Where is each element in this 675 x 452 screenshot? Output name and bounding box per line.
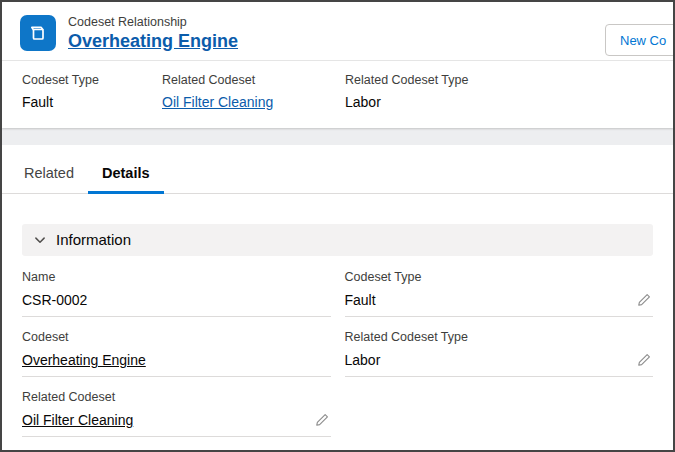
highlight-label: Related Codeset [162,73,345,87]
record-header-card: Codeset Relationship Overheating Engine … [2,2,673,128]
details-card: Related Details Information Name CSR-000… [2,145,673,445]
field-value: Fault [345,292,376,308]
highlight-codeset-type: Codeset Type Fault [22,73,162,110]
tab-related[interactable]: Related [10,157,88,193]
highlight-label: Codeset Type [22,73,162,87]
highlight-value: Fault [22,94,162,110]
codeset-relationship-icon [20,15,56,51]
field-label: Related Codeset Type [345,330,654,344]
page-background-gap [2,128,673,145]
highlight-label: Related Codeset Type [345,73,468,87]
entity-label: Codeset Relationship [68,15,238,29]
new-button[interactable]: New Co [605,24,675,56]
field-codeset: Codeset Overheating Engine [22,330,331,377]
box-icon [28,23,48,43]
edit-pencil-icon[interactable] [315,413,331,427]
information-section-header[interactable]: Information [22,224,653,256]
codeset-link[interactable]: Overheating Engine [22,352,146,368]
chevron-down-icon[interactable] [34,234,46,246]
section-title: Information [56,231,131,248]
tab-bar: Related Details [2,145,673,194]
field-label: Name [22,270,331,284]
edit-pencil-icon[interactable] [637,293,653,307]
edit-pencil-icon[interactable] [637,353,653,367]
highlight-related-codeset: Related Codeset Oil Filter Cleaning [162,73,345,110]
field-label: Codeset [22,330,331,344]
empty-grid-cell [345,390,654,437]
field-name: Name CSR-0002 [22,270,331,317]
highlights-panel: Codeset Type Fault Related Codeset Oil F… [2,61,673,128]
highlight-related-codeset-type: Related Codeset Type Labor [345,73,468,110]
tab-details[interactable]: Details [88,157,164,193]
related-codeset-link[interactable]: Oil Filter Cleaning [22,412,133,428]
field-label: Related Codeset [22,390,331,404]
app-window: Codeset Relationship Overheating Engine … [0,0,675,452]
field-value: CSR-0002 [22,292,87,308]
field-label: Codeset Type [345,270,654,284]
field-related-codeset: Related Codeset Oil Filter Cleaning [22,390,331,437]
highlight-value: Labor [345,94,468,110]
record-title: Overheating Engine [68,31,238,52]
field-value: Labor [345,352,381,368]
field-codeset-type: Codeset Type Fault [345,270,654,317]
record-header-row: Codeset Relationship Overheating Engine … [2,2,673,60]
record-titles: Codeset Relationship Overheating Engine [68,15,238,52]
field-related-codeset-type: Related Codeset Type Labor [345,330,654,377]
related-codeset-link[interactable]: Oil Filter Cleaning [162,94,345,110]
information-field-grid: Name CSR-0002 Codeset Type Fault [2,256,673,437]
